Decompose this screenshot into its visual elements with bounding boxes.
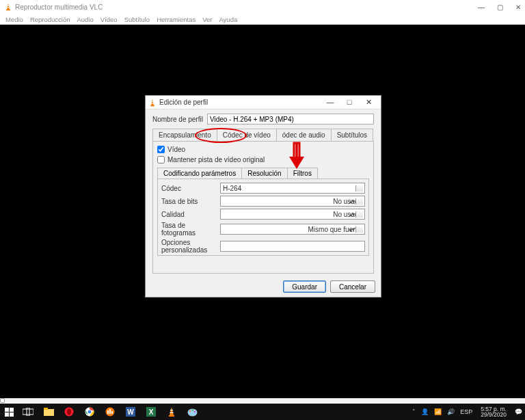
svg-rect-12	[10, 408, 14, 412]
profile-name-label: Nombre de perfil	[152, 116, 203, 123]
tray-volume-icon[interactable]: 🔊	[447, 408, 455, 415]
tray-notifications-icon[interactable]: 💬	[515, 408, 522, 415]
bitrate-label: Tasa de bits	[161, 198, 216, 205]
svg-rect-27	[111, 411, 113, 414]
start-button[interactable]	[0, 404, 18, 420]
paint-icon[interactable]	[182, 404, 202, 420]
save-button[interactable]: Guardar	[283, 280, 326, 293]
dialog-minimize-icon[interactable]: —	[321, 98, 340, 107]
svg-rect-7	[151, 103, 154, 103]
sub-tabs: Codificando parámetros Resolución Filtro…	[157, 168, 369, 179]
svg-rect-34	[170, 410, 173, 410]
svg-rect-17	[44, 409, 54, 416]
menu-ver[interactable]: Ver	[202, 16, 212, 23]
keep-original-checkbox-row[interactable]: Mantener pista de vídeo original	[157, 156, 369, 163]
tab-encapsulation[interactable]: Encapsulamiento	[152, 129, 217, 141]
keep-original-checkbox[interactable]	[157, 156, 165, 163]
vlc-timeline[interactable]	[0, 398, 525, 404]
subtab-encoding-params[interactable]: Codificando parámetros	[157, 168, 242, 179]
dialog-title: Edición de perfil	[159, 99, 321, 106]
quality-label: Calidad	[161, 211, 216, 218]
timeline-knob[interactable]	[0, 398, 5, 403]
dialog-maximize-icon[interactable]: □	[340, 98, 359, 107]
maximize-icon[interactable]: ▢	[497, 3, 503, 11]
svg-rect-14	[10, 412, 14, 417]
word-icon[interactable]: W	[120, 404, 141, 420]
tab-subtitles[interactable]: Subtítulos	[331, 129, 373, 141]
tab-audio-codec[interactable]: ódec de audio	[276, 129, 332, 141]
vlc-titlebar: Reproductor multimedia VLC — ▢ ✕	[0, 0, 525, 14]
vlc-cone-icon	[4, 3, 12, 11]
tray-chevron-icon[interactable]: ˄	[412, 408, 416, 415]
svg-rect-1	[6, 10, 10, 10]
fps-label: Tasa de fotogramas	[161, 222, 216, 237]
chrome-icon[interactable]	[79, 404, 100, 420]
menu-ayuda[interactable]: Ayuda	[219, 16, 237, 23]
svg-marker-4	[151, 99, 154, 105]
svg-rect-2	[8, 5, 10, 6]
tray-network-icon[interactable]: 📶	[434, 408, 442, 415]
codec-label: Códec	[161, 185, 216, 192]
opera-icon[interactable]	[59, 404, 79, 420]
tab-video-codec[interactable]: Códec de vídeo	[217, 129, 277, 141]
svg-rect-5	[150, 105, 154, 106]
profile-name-input[interactable]	[207, 114, 374, 124]
tray-clock[interactable]: 5:57 p. m. 29/9/2020	[478, 406, 509, 418]
video-checkbox-row[interactable]: Vídeo	[157, 146, 369, 153]
menu-video[interactable]: Vídeo	[100, 16, 118, 23]
custom-options-input[interactable]	[220, 241, 365, 252]
svg-point-37	[189, 410, 190, 411]
vlc-cone-icon	[148, 99, 157, 107]
windows-taskbar: W X ˄ 👤 📶 🔊 ESP 5:57 p. m. 29/9/2020 💬	[0, 404, 525, 420]
taskview-icon[interactable]	[18, 404, 38, 420]
vlc-menubar: Medio Reproducción Audio Vídeo Subtítulo…	[0, 14, 525, 25]
fps-select[interactable]: Mismo que fuente▴▾	[220, 224, 365, 235]
excel-icon[interactable]: X	[141, 404, 161, 420]
svg-rect-25	[107, 410, 109, 414]
dialog-close-icon[interactable]: ✕	[359, 98, 378, 107]
vlc-window-title: Reproductor multimedia VLC	[15, 3, 478, 11]
svg-rect-13	[5, 412, 9, 417]
svg-text:W: W	[127, 408, 134, 416]
app-orange-icon[interactable]	[100, 404, 120, 420]
svg-point-20	[67, 408, 71, 415]
svg-rect-26	[109, 409, 111, 414]
subtab-filters[interactable]: Filtros	[287, 168, 318, 179]
svg-text:X: X	[149, 408, 154, 416]
menu-audio[interactable]: Audio	[77, 16, 94, 23]
menu-reproduccion[interactable]: Reproducción	[30, 16, 70, 23]
video-checkbox[interactable]	[157, 146, 165, 153]
svg-rect-15	[23, 409, 33, 415]
svg-marker-0	[7, 3, 10, 10]
spinner-icon[interactable]: ▴▾	[349, 211, 355, 218]
subtab-resolution[interactable]: Resolución	[241, 168, 287, 179]
svg-rect-18	[44, 408, 48, 410]
svg-rect-11	[5, 408, 9, 412]
file-explorer-icon[interactable]	[38, 404, 59, 420]
tray-language[interactable]: ESP	[460, 408, 472, 415]
spinner-icon[interactable]: ▴▾	[349, 226, 355, 233]
cancel-button[interactable]: Cancelar	[330, 280, 375, 293]
menu-medio[interactable]: Medio	[5, 16, 23, 23]
encoding-form: Códec H-264 Tasa de bits No usado▴▾ Cali…	[157, 179, 369, 256]
custom-options-label: Opciones personalizadas	[161, 239, 216, 254]
tray-people-icon[interactable]: 👤	[421, 408, 429, 415]
vlc-taskbar-icon[interactable]	[161, 404, 182, 420]
svg-rect-35	[170, 412, 174, 413]
codec-select[interactable]: H-264	[220, 183, 365, 194]
svg-rect-6	[152, 101, 154, 102]
close-icon[interactable]: ✕	[515, 3, 521, 11]
minimize-icon[interactable]: —	[478, 3, 485, 11]
profile-edit-dialog: Edición de perfil — □ ✕ Nombre de perfil…	[145, 95, 381, 298]
menu-herramientas[interactable]: Herramientas	[157, 16, 196, 23]
svg-rect-3	[7, 8, 10, 8]
dialog-titlebar: Edición de perfil — □ ✕	[146, 96, 381, 109]
svg-point-38	[191, 409, 193, 410]
bitrate-select[interactable]: No usado▴▾	[220, 196, 365, 207]
main-tabs: Encapsulamiento Códec de vídeo ódec de a…	[152, 129, 374, 142]
menu-subtitulo[interactable]: Subtítulo	[124, 16, 150, 23]
svg-marker-32	[170, 407, 174, 415]
spinner-icon[interactable]: ▴▾	[349, 198, 355, 205]
quality-select[interactable]: No usado▴▾	[220, 209, 365, 220]
system-tray: ˄ 👤 📶 🔊 ESP 5:57 p. m. 29/9/2020 💬	[409, 406, 525, 418]
